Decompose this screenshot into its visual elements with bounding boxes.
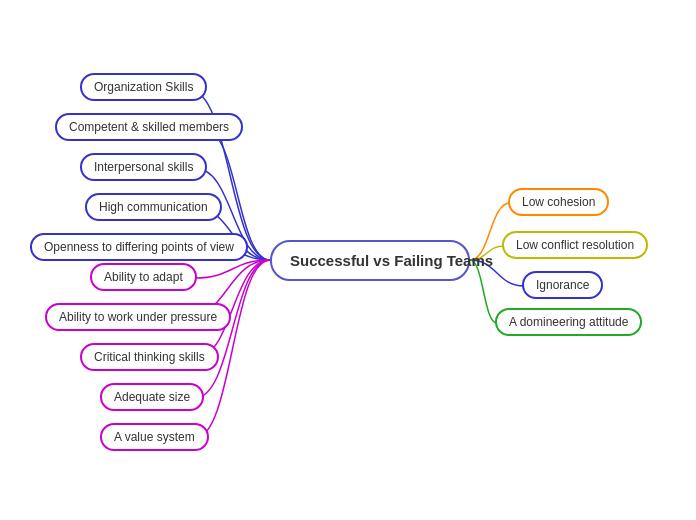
node-adapt: Ability to adapt bbox=[90, 263, 197, 291]
node-low-conflict: Low conflict resolution bbox=[502, 231, 648, 259]
node-low-cohesion: Low cohesion bbox=[508, 188, 609, 216]
node-competent: Competent & skilled members bbox=[55, 113, 243, 141]
center-node: Successful vs Failing Teams bbox=[270, 240, 470, 281]
node-interpersonal: Interpersonal skills bbox=[80, 153, 207, 181]
node-pressure: Ability to work under pressure bbox=[45, 303, 231, 331]
node-org-skills: Organization Skills bbox=[80, 73, 207, 101]
node-high-comm: High communication bbox=[85, 193, 222, 221]
node-domineering: A domineering attitude bbox=[495, 308, 642, 336]
node-critical: Critical thinking skills bbox=[80, 343, 219, 371]
node-value: A value system bbox=[100, 423, 209, 451]
node-adequate: Adequate size bbox=[100, 383, 204, 411]
node-openness: Openness to differing points of view bbox=[30, 233, 248, 261]
node-ignorance: Ignorance bbox=[522, 271, 603, 299]
